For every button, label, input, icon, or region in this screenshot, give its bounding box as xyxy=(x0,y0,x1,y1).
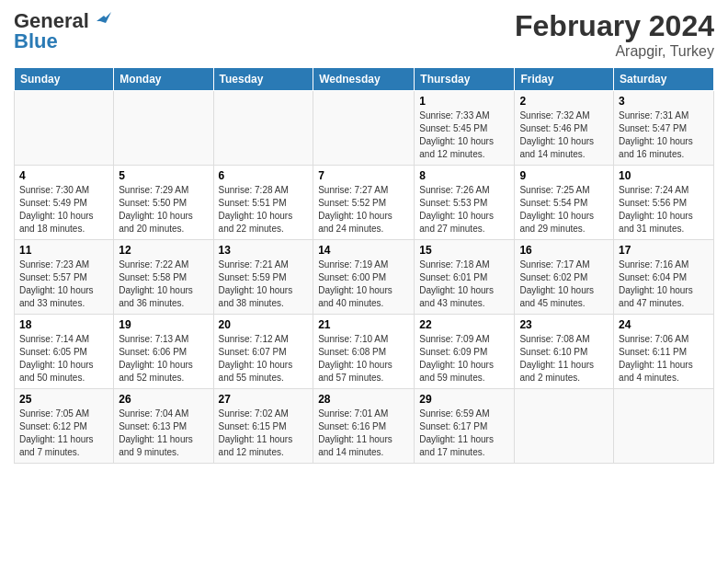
calendar-cell: 20Sunrise: 7:12 AMSunset: 6:07 PMDayligh… xyxy=(213,315,313,389)
calendar-cell xyxy=(213,91,313,166)
day-info: Sunrise: 7:27 AMSunset: 5:52 PMDaylight:… xyxy=(318,184,409,236)
day-number: 18 xyxy=(19,318,108,331)
day-number: 15 xyxy=(419,244,509,257)
day-info: Sunrise: 7:19 AMSunset: 6:00 PMDaylight:… xyxy=(318,259,409,310)
week-row-2: 4Sunrise: 7:30 AMSunset: 5:49 PMDaylight… xyxy=(15,166,714,240)
calendar-cell xyxy=(313,91,415,166)
day-info: Sunrise: 7:26 AMSunset: 5:53 PMDaylight:… xyxy=(419,184,509,236)
calendar-cell: 22Sunrise: 7:09 AMSunset: 6:09 PMDayligh… xyxy=(415,315,515,389)
day-header-monday: Monday xyxy=(114,68,213,91)
day-info: Sunrise: 7:02 AMSunset: 6:15 PMDaylight:… xyxy=(219,408,309,459)
calendar-cell: 16Sunrise: 7:17 AMSunset: 6:02 PMDayligh… xyxy=(515,240,614,315)
day-number: 24 xyxy=(619,318,709,331)
calendar-cell: 9Sunrise: 7:25 AMSunset: 5:54 PMDaylight… xyxy=(515,166,614,240)
day-info: Sunrise: 7:32 AMSunset: 5:46 PMDaylight:… xyxy=(519,109,609,161)
day-number: 26 xyxy=(119,393,208,406)
week-row-5: 25Sunrise: 7:05 AMSunset: 6:12 PMDayligh… xyxy=(15,389,714,464)
day-info: Sunrise: 7:21 AMSunset: 5:59 PMDaylight:… xyxy=(219,259,309,310)
calendar-table: SundayMondayTuesdayWednesdayThursdayFrid… xyxy=(14,67,714,464)
day-number: 8 xyxy=(419,169,509,182)
calendar-cell: 23Sunrise: 7:08 AMSunset: 6:10 PMDayligh… xyxy=(515,315,614,389)
day-number: 10 xyxy=(619,169,709,182)
calendar-cell: 4Sunrise: 7:30 AMSunset: 5:49 PMDaylight… xyxy=(15,166,114,240)
day-number: 5 xyxy=(119,169,208,182)
day-info: Sunrise: 7:10 AMSunset: 6:08 PMDaylight:… xyxy=(318,333,409,385)
day-header-saturday: Saturday xyxy=(614,68,714,91)
day-number: 22 xyxy=(419,318,509,331)
day-number: 13 xyxy=(219,244,309,257)
logo-blue-text: Blue xyxy=(14,29,58,53)
calendar-cell: 18Sunrise: 7:14 AMSunset: 6:05 PMDayligh… xyxy=(15,315,114,389)
day-header-sunday: Sunday xyxy=(15,68,114,91)
calendar-cell: 2Sunrise: 7:32 AMSunset: 5:46 PMDaylight… xyxy=(515,91,614,166)
day-number: 3 xyxy=(619,95,709,108)
day-info: Sunrise: 7:17 AMSunset: 6:02 PMDaylight:… xyxy=(519,259,609,310)
calendar-cell: 8Sunrise: 7:26 AMSunset: 5:53 PMDaylight… xyxy=(415,166,515,240)
day-info: Sunrise: 7:14 AMSunset: 6:05 PMDaylight:… xyxy=(19,333,108,385)
calendar-cell xyxy=(114,91,213,166)
day-number: 23 xyxy=(519,318,609,331)
day-number: 29 xyxy=(419,393,509,406)
day-info: Sunrise: 7:23 AMSunset: 5:57 PMDaylight:… xyxy=(19,259,108,310)
calendar-cell: 26Sunrise: 7:04 AMSunset: 6:13 PMDayligh… xyxy=(114,389,213,464)
day-number: 19 xyxy=(119,318,208,331)
day-number: 28 xyxy=(318,393,409,406)
week-row-1: 1Sunrise: 7:33 AMSunset: 5:45 PMDaylight… xyxy=(15,91,714,166)
day-info: Sunrise: 7:28 AMSunset: 5:51 PMDaylight:… xyxy=(219,184,309,236)
svg-marker-0 xyxy=(97,12,111,23)
day-info: Sunrise: 7:22 AMSunset: 5:58 PMDaylight:… xyxy=(119,259,208,310)
calendar-subtitle: Arapgir, Turkey xyxy=(515,43,714,60)
day-number: 11 xyxy=(19,244,108,257)
day-info: Sunrise: 6:59 AMSunset: 6:17 PMDaylight:… xyxy=(419,408,509,459)
day-info: Sunrise: 7:29 AMSunset: 5:50 PMDaylight:… xyxy=(119,184,208,236)
calendar-cell: 13Sunrise: 7:21 AMSunset: 5:59 PMDayligh… xyxy=(213,240,313,315)
page-header: General Blue February 2024 Arapgir, Turk… xyxy=(14,9,714,60)
day-info: Sunrise: 7:08 AMSunset: 6:10 PMDaylight:… xyxy=(519,333,609,385)
calendar-cell: 25Sunrise: 7:05 AMSunset: 6:12 PMDayligh… xyxy=(15,389,114,464)
day-info: Sunrise: 7:09 AMSunset: 6:09 PMDaylight:… xyxy=(419,333,509,385)
day-header-tuesday: Tuesday xyxy=(213,68,313,91)
calendar-cell: 24Sunrise: 7:06 AMSunset: 6:11 PMDayligh… xyxy=(614,315,714,389)
calendar-cell xyxy=(614,389,714,464)
day-number: 1 xyxy=(419,95,509,108)
day-number: 2 xyxy=(519,95,609,108)
calendar-cell: 7Sunrise: 7:27 AMSunset: 5:52 PMDaylight… xyxy=(313,166,415,240)
day-header-thursday: Thursday xyxy=(415,68,515,91)
calendar-cell: 17Sunrise: 7:16 AMSunset: 6:04 PMDayligh… xyxy=(614,240,714,315)
day-number: 6 xyxy=(219,169,309,182)
day-number: 16 xyxy=(519,244,609,257)
week-row-4: 18Sunrise: 7:14 AMSunset: 6:05 PMDayligh… xyxy=(15,315,714,389)
calendar-cell xyxy=(515,389,614,464)
day-number: 27 xyxy=(219,393,309,406)
day-info: Sunrise: 7:31 AMSunset: 5:47 PMDaylight:… xyxy=(619,109,709,161)
calendar-cell: 12Sunrise: 7:22 AMSunset: 5:58 PMDayligh… xyxy=(114,240,213,315)
calendar-cell: 14Sunrise: 7:19 AMSunset: 6:00 PMDayligh… xyxy=(313,240,415,315)
day-info: Sunrise: 7:24 AMSunset: 5:56 PMDaylight:… xyxy=(619,184,709,236)
day-info: Sunrise: 7:06 AMSunset: 6:11 PMDaylight:… xyxy=(619,333,709,385)
day-info: Sunrise: 7:30 AMSunset: 5:49 PMDaylight:… xyxy=(19,184,108,236)
calendar-cell: 21Sunrise: 7:10 AMSunset: 6:08 PMDayligh… xyxy=(313,315,415,389)
day-header-friday: Friday xyxy=(515,68,614,91)
day-number: 21 xyxy=(318,318,409,331)
calendar-cell: 1Sunrise: 7:33 AMSunset: 5:45 PMDaylight… xyxy=(415,91,515,166)
calendar-cell: 11Sunrise: 7:23 AMSunset: 5:57 PMDayligh… xyxy=(15,240,114,315)
day-info: Sunrise: 7:01 AMSunset: 6:16 PMDaylight:… xyxy=(318,408,409,459)
week-row-3: 11Sunrise: 7:23 AMSunset: 5:57 PMDayligh… xyxy=(15,240,714,315)
day-info: Sunrise: 7:33 AMSunset: 5:45 PMDaylight:… xyxy=(419,109,509,161)
day-info: Sunrise: 7:25 AMSunset: 5:54 PMDaylight:… xyxy=(519,184,609,236)
day-header-wednesday: Wednesday xyxy=(313,68,415,91)
days-header-row: SundayMondayTuesdayWednesdayThursdayFrid… xyxy=(15,68,714,91)
calendar-cell: 28Sunrise: 7:01 AMSunset: 6:16 PMDayligh… xyxy=(313,389,415,464)
day-number: 17 xyxy=(619,244,709,257)
day-info: Sunrise: 7:05 AMSunset: 6:12 PMDaylight:… xyxy=(19,408,108,459)
day-info: Sunrise: 7:18 AMSunset: 6:01 PMDaylight:… xyxy=(419,259,509,310)
day-number: 9 xyxy=(519,169,609,182)
calendar-cell: 3Sunrise: 7:31 AMSunset: 5:47 PMDaylight… xyxy=(614,91,714,166)
calendar-cell: 6Sunrise: 7:28 AMSunset: 5:51 PMDaylight… xyxy=(213,166,313,240)
day-number: 14 xyxy=(318,244,409,257)
calendar-cell: 29Sunrise: 6:59 AMSunset: 6:17 PMDayligh… xyxy=(415,389,515,464)
day-info: Sunrise: 7:12 AMSunset: 6:07 PMDaylight:… xyxy=(219,333,309,385)
logo: General Blue xyxy=(14,9,111,53)
day-number: 20 xyxy=(219,318,309,331)
calendar-cell xyxy=(15,91,114,166)
